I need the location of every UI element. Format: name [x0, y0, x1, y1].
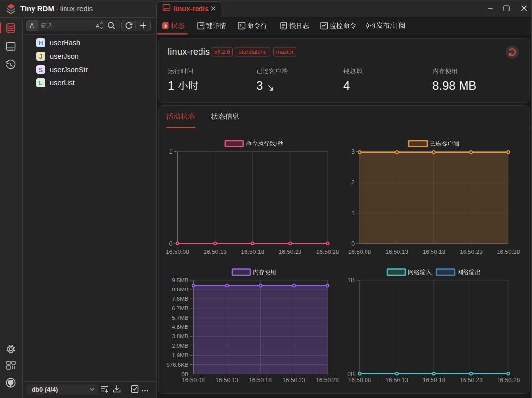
svg-text:3: 3 — [351, 148, 355, 155]
svg-text:16:50:18: 16:50:18 — [241, 249, 264, 255]
svg-text:A: A — [30, 22, 34, 29]
svg-text:db0 (4/4): db0 (4/4) — [32, 386, 58, 393]
svg-text:userList: userList — [50, 79, 75, 87]
svg-text:1B: 1B — [347, 277, 355, 284]
svg-text:7.6MB: 7.6MB — [172, 296, 189, 302]
svg-text:A: A — [96, 23, 99, 29]
svg-text:16:50:28: 16:50:28 — [316, 249, 339, 255]
svg-text:976.6KB: 976.6KB — [166, 362, 188, 368]
svg-text:standalone: standalone — [239, 49, 266, 55]
svg-text:16:50:18: 16:50:18 — [423, 249, 446, 255]
svg-text:8.98 MB: 8.98 MB — [432, 79, 476, 92]
svg-text:16:50:13: 16:50:13 — [203, 249, 227, 255]
svg-text:1: 1 — [351, 210, 355, 217]
svg-text:16:50:08: 16:50:08 — [166, 249, 189, 255]
svg-text:master: master — [276, 49, 293, 55]
svg-text:H: H — [39, 40, 43, 47]
svg-text:9.5MB: 9.5MB — [172, 277, 189, 283]
svg-text:2.9MB: 2.9MB — [172, 343, 189, 349]
svg-text:16:50:08: 16:50:08 — [348, 249, 371, 255]
svg-text:16:50:13: 16:50:13 — [215, 377, 238, 384]
svg-text:userJson: userJson — [50, 52, 79, 60]
svg-text:3.8MB: 3.8MB — [172, 333, 189, 339]
svg-text:16:50:18: 16:50:18 — [249, 377, 272, 384]
svg-text:Tiny RDM: Tiny RDM — [20, 4, 54, 13]
svg-text:0B: 0B — [181, 371, 188, 377]
svg-text:- linux-redis: - linux-redis — [56, 5, 93, 13]
svg-text:userHash: userHash — [50, 39, 80, 47]
svg-text:2: 2 — [351, 179, 355, 186]
svg-text:16:50:13: 16:50:13 — [385, 377, 408, 384]
svg-text:16:50:28: 16:50:28 — [497, 377, 520, 384]
svg-text:0: 0 — [169, 240, 173, 247]
svg-text:16:50:23: 16:50:23 — [460, 249, 483, 255]
svg-text:8.6MB: 8.6MB — [172, 287, 189, 292]
svg-text:4: 4 — [343, 79, 350, 92]
svg-text:1: 1 — [169, 148, 173, 155]
svg-text:userJsonStr: userJsonStr — [50, 66, 88, 73]
svg-text:0: 0 — [351, 240, 355, 247]
svg-text:16:50:18: 16:50:18 — [423, 377, 446, 384]
svg-text:16:50:08: 16:50:08 — [182, 377, 205, 384]
svg-text:16:50:08: 16:50:08 — [348, 377, 371, 384]
svg-text:J: J — [39, 53, 43, 60]
svg-text:1: 1 — [168, 79, 174, 92]
svg-text:v6.2.6: v6.2.6 — [214, 49, 230, 55]
svg-text:5.7MB: 5.7MB — [172, 315, 189, 321]
svg-text:16:50:28: 16:50:28 — [316, 377, 339, 384]
svg-text:1.9MB: 1.9MB — [172, 352, 189, 358]
svg-text:6.7MB: 6.7MB — [172, 305, 189, 311]
svg-text:16:50:23: 16:50:23 — [460, 377, 483, 384]
svg-text:linux-redis: linux-redis — [168, 47, 210, 57]
svg-text:3: 3 — [256, 79, 263, 92]
svg-text:16:50:23: 16:50:23 — [282, 377, 305, 384]
svg-text:16:50:23: 16:50:23 — [279, 249, 302, 255]
svg-text:linux-redis: linux-redis — [174, 5, 209, 13]
svg-text:16:50:28: 16:50:28 — [497, 249, 520, 255]
svg-text:L: L — [39, 80, 42, 87]
svg-text:4.8MB: 4.8MB — [172, 324, 189, 330]
svg-text:16:50:13: 16:50:13 — [385, 249, 408, 255]
svg-text:S: S — [39, 67, 43, 73]
